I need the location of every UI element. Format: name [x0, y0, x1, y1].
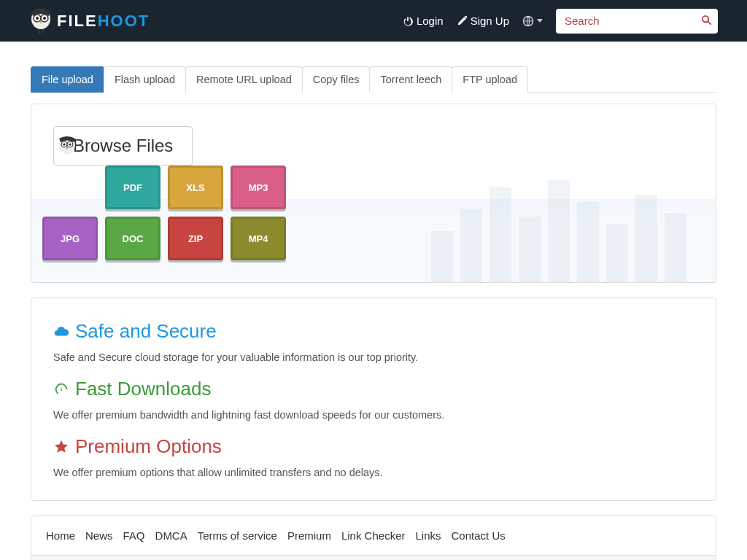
footer-link-news[interactable]: News: [85, 529, 113, 542]
feature-premium: Premium Options We offer premium options…: [53, 435, 694, 478]
upload-panel: Browse Files PDF XLS MP3 JPG DOC ZIP MP: [31, 104, 716, 283]
svg-line-9: [708, 21, 711, 24]
feature-safe-title: Safe and Secure: [75, 320, 217, 343]
crate-doc: DOC: [105, 217, 160, 260]
footer-link-premium[interactable]: Premium: [287, 529, 331, 542]
svg-point-23: [69, 143, 71, 145]
footer-link-terms[interactable]: Terms of service: [198, 529, 277, 542]
search-button[interactable]: [701, 15, 712, 28]
tab-torrent-leech[interactable]: Torrent leech: [369, 66, 452, 93]
crate-mp4: MP4: [231, 217, 286, 260]
footer: Home News FAQ DMCA Terms of service Prem…: [31, 516, 716, 560]
features-panel: Safe and Secure Safe and Secure cloud st…: [31, 298, 716, 501]
svg-point-3: [36, 17, 39, 20]
owl-logo-icon: [29, 7, 53, 35]
footer-link-link-checker[interactable]: Link Checker: [341, 529, 406, 542]
feature-premium-title: Premium Options: [75, 435, 222, 458]
svg-point-22: [63, 143, 65, 145]
svg-rect-5: [38, 29, 40, 34]
footer-link-home[interactable]: Home: [46, 529, 75, 542]
logo-text: FILEHOOT: [57, 12, 150, 31]
feature-fast-title: Fast Downloads: [75, 378, 211, 400]
footer-link-faq[interactable]: FAQ: [123, 529, 145, 542]
power-icon: [403, 16, 413, 26]
login-link[interactable]: Login: [403, 15, 444, 27]
pencil-icon: [457, 16, 467, 26]
feature-fast: Fast Downloads We offer premium bandwidt…: [53, 378, 694, 421]
feature-premium-body: We offer premium options that allow unli…: [53, 467, 694, 478]
crate-pdf: PDF: [105, 166, 160, 209]
feature-safe-body: Safe and Secure cloud storage for your v…: [53, 351, 694, 363]
globe-icon: [522, 15, 534, 27]
signup-link[interactable]: Sign Up: [457, 15, 509, 27]
dashboard-icon: [53, 381, 69, 397]
upload-tabs: File upload Flash upload Remote URL uplo…: [31, 66, 716, 93]
tab-ftp-upload[interactable]: FTP upload: [452, 66, 528, 93]
owl-mini-icon: [57, 135, 77, 157]
svg-rect-6: [42, 29, 44, 34]
search-input[interactable]: [556, 9, 718, 34]
tab-flash-upload[interactable]: Flash upload: [104, 66, 186, 93]
logo[interactable]: FILEHOOT: [29, 7, 150, 35]
feature-safe: Safe and Secure Safe and Secure cloud st…: [53, 320, 694, 363]
file-type-crates: PDF XLS MP3 JPG DOC ZIP MP4: [42, 166, 683, 260]
footer-link-contact[interactable]: Contact Us: [452, 529, 506, 542]
tab-remote-url-upload[interactable]: Remote URL upload: [185, 66, 303, 93]
crate-xls: XLS: [168, 166, 223, 209]
caret-down-icon: [537, 19, 543, 23]
search-icon: [701, 15, 712, 26]
footer-link-dmca[interactable]: DMCA: [155, 529, 187, 542]
copyright: © 2013 FileHoot, All Rights Reserved.: [31, 555, 716, 560]
login-label: Login: [417, 15, 444, 27]
search-wrap: [556, 9, 718, 34]
language-dropdown[interactable]: [522, 15, 543, 27]
crate-mp3: MP3: [231, 166, 286, 209]
signup-label: Sign Up: [471, 15, 509, 27]
cloud-icon: [53, 324, 69, 340]
crate-zip: ZIP: [168, 217, 223, 260]
svg-point-4: [43, 17, 46, 20]
footer-links: Home News FAQ DMCA Terms of service Prem…: [31, 516, 716, 555]
crate-jpg: JPG: [42, 217, 98, 260]
navbar: FILEHOOT Login Sign Up: [0, 0, 747, 42]
tab-file-upload[interactable]: File upload: [31, 66, 104, 93]
footer-link-links[interactable]: Links: [415, 529, 441, 542]
star-icon: [53, 439, 69, 455]
tab-copy-files[interactable]: Copy files: [302, 66, 371, 93]
feature-fast-body: We offer premium bandwidth and lightning…: [53, 409, 694, 421]
